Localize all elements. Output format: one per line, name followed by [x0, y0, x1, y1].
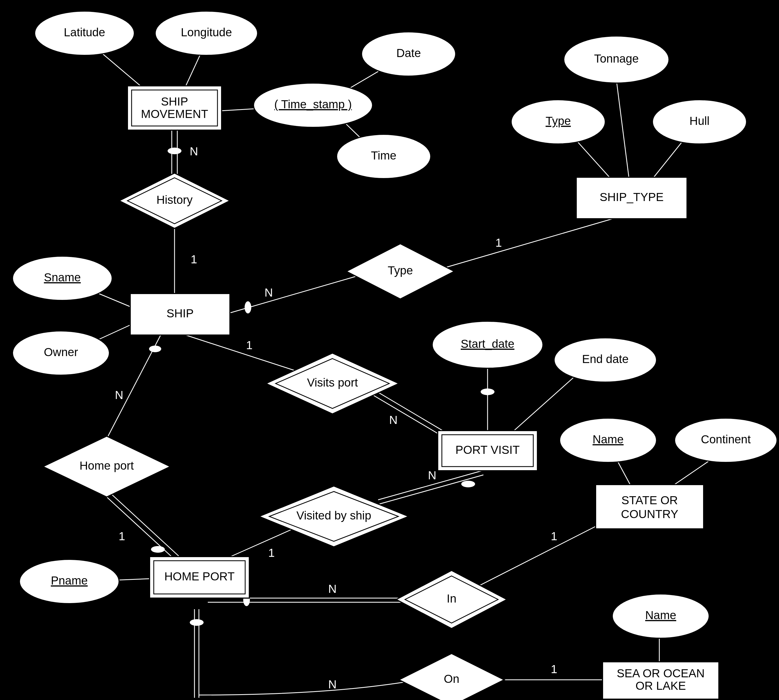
attr-pname: Pname: [19, 559, 119, 603]
svg-text:On: On: [444, 672, 459, 685]
svg-line-9: [109, 492, 178, 556]
svg-text:SHIP_TYPE: SHIP_TYPE: [599, 190, 664, 203]
entity-home-port: HOME PORT: [150, 557, 249, 598]
attr-tonnage: Tonnage: [564, 36, 669, 83]
svg-text:Owner: Owner: [44, 345, 78, 358]
card-type-ship: N: [265, 286, 273, 299]
attr-start-date: Start_date: [432, 321, 543, 368]
svg-point-7: [149, 345, 161, 352]
card-on-sea: 1: [551, 663, 557, 676]
svg-text:COUNTRY: COUNTRY: [621, 508, 679, 520]
svg-text:HOME PORT: HOME PORT: [164, 570, 235, 583]
rel-in: In: [396, 570, 507, 628]
svg-text:Type: Type: [545, 114, 570, 127]
edge-homeport-on: [199, 680, 418, 695]
svg-text:PORT VISIT: PORT VISIT: [455, 443, 520, 456]
entity-ship-type: SHIP_TYPE: [576, 177, 687, 219]
svg-text:( Time_stamp ): ( Time_stamp ): [274, 98, 352, 111]
card-visited-port: 1: [268, 546, 275, 559]
attr-time-stamp: ( Time_stamp ): [254, 83, 373, 127]
entity-port-visit: PORT VISIT: [438, 431, 537, 471]
svg-text:In: In: [447, 592, 456, 605]
card-homeport-ship: N: [115, 388, 123, 402]
svg-point-19: [190, 619, 204, 626]
rel-type: Type: [346, 244, 454, 299]
entity-sea-ocean-lake: SEA OR OCEAN OR LAKE: [602, 662, 719, 699]
svg-text:Time: Time: [371, 149, 397, 162]
svg-point-10: [151, 546, 165, 553]
er-diagram: N 1 N 1 1 N N 1 N 1 N 1 N 1: [0, 0, 779, 700]
rel-visited-by-ship: Visited by ship: [259, 486, 409, 547]
svg-text:SHIP: SHIP: [167, 307, 193, 320]
card-visited-pv: N: [428, 469, 436, 482]
card-type-shiptype: 1: [495, 236, 502, 249]
card-history-sm: N: [190, 145, 198, 158]
card-homeport-port: 1: [118, 530, 125, 543]
entity-state-or-country: STATE OR COUNTRY: [596, 485, 704, 529]
edge-typerel-shiptype: [432, 213, 632, 272]
attr-end-date: End date: [554, 338, 657, 382]
rel-history: History: [119, 173, 230, 228]
card-on-port: N: [328, 678, 337, 691]
edge-ship-visitsport: [185, 335, 297, 371]
svg-point-2: [168, 148, 182, 154]
svg-text:Name: Name: [645, 608, 676, 622]
svg-text:Visits port: Visits port: [307, 376, 358, 389]
svg-text:History: History: [157, 193, 193, 206]
svg-point-3: [245, 301, 251, 313]
svg-text:Longitude: Longitude: [181, 26, 232, 39]
svg-text:Sname: Sname: [44, 271, 81, 284]
svg-text:Continent: Continent: [701, 433, 751, 446]
svg-text:OR LAKE: OR LAKE: [636, 679, 686, 692]
attr-sname: Sname: [12, 256, 112, 300]
svg-text:End date: End date: [582, 352, 629, 365]
svg-text:Date: Date: [397, 47, 421, 60]
svg-text:Visited by ship: Visited by ship: [297, 509, 371, 522]
rel-visits-port: Visits port: [266, 353, 399, 414]
svg-text:Tonnage: Tonnage: [594, 52, 639, 65]
card-visits-pv: N: [389, 413, 397, 427]
entity-ship-movement: SHIP MOVEMENT: [127, 86, 222, 130]
attr-longitude: Longitude: [155, 11, 258, 55]
card-in-port: N: [328, 582, 337, 595]
attr-continent: Continent: [675, 418, 777, 462]
svg-text:Start_date: Start_date: [461, 337, 514, 350]
attr-date: Date: [362, 32, 456, 76]
attr-owner: Owner: [12, 331, 109, 375]
attr-hull: Hull: [652, 100, 747, 144]
attr-name-sea: Name: [612, 594, 709, 638]
attr-latitude: Latitude: [35, 11, 134, 55]
edge-visited-port: [224, 526, 299, 559]
svg-text:MOVEMENT: MOVEMENT: [141, 107, 209, 120]
svg-point-6: [480, 388, 494, 395]
svg-text:SEA OR OCEAN: SEA OR OCEAN: [617, 667, 704, 680]
svg-text:Home port: Home port: [80, 459, 134, 472]
attr-name-state: Name: [560, 418, 657, 462]
rel-on: On: [399, 653, 504, 700]
card-in-state: 1: [551, 530, 557, 543]
svg-point-13: [461, 481, 475, 487]
svg-text:Hull: Hull: [689, 114, 709, 127]
rel-home-port: Home port: [43, 436, 170, 497]
svg-text:STATE OR: STATE OR: [621, 494, 678, 507]
card-history-ship: 1: [190, 253, 197, 266]
svg-text:SHIP: SHIP: [161, 95, 188, 108]
attr-time: Time: [337, 134, 431, 178]
attr-type: Type: [511, 100, 605, 144]
svg-text:Pname: Pname: [51, 574, 88, 587]
svg-text:Latitude: Latitude: [64, 26, 105, 39]
card-visits-ship: 1: [246, 338, 252, 352]
svg-text:Type: Type: [387, 264, 413, 277]
edge-tonnage-shiptype: [615, 69, 629, 177]
entity-ship: SHIP: [130, 293, 230, 335]
svg-text:Name: Name: [592, 433, 624, 446]
